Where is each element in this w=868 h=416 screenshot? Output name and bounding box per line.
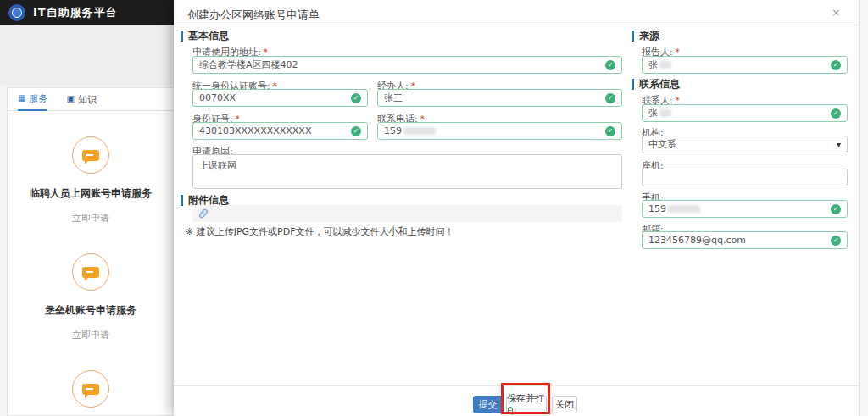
service-title: 堡垒机账号申请服务 xyxy=(8,303,174,318)
paperclip-icon xyxy=(198,208,209,219)
attachment-note: ※ 建议上传JPG文件或PDF文件，可以减少文件大小和上传时间！ xyxy=(186,225,454,238)
service-card-temp-staff[interactable]: 临聘人员上网账号申请服务 立即申请 xyxy=(8,136,174,225)
mobile-field[interactable]: 159 ✓ xyxy=(642,200,848,218)
check-icon: ✓ xyxy=(831,108,841,119)
redacted-name xyxy=(659,109,671,117)
handler-field[interactable]: 张三 ✓ xyxy=(377,89,622,107)
apply-now-link[interactable]: 立即申请 xyxy=(8,329,174,341)
modal-scrollbar[interactable] xyxy=(859,0,868,416)
check-icon: ✓ xyxy=(605,60,615,70)
check-icon: ✓ xyxy=(351,93,361,103)
modal-title: 创建办公区网络账号申请单 xyxy=(187,8,320,23)
service-card-bastion[interactable]: 堡垒机账号申请服务 立即申请 xyxy=(8,253,174,341)
service-card-server[interactable]: 服务器申请服务 立即申请 xyxy=(8,370,174,416)
modal-header: 创建办公区网络账号申请单 × xyxy=(174,0,868,25)
grid-icon: ▦ xyxy=(18,94,25,103)
reason-textarea[interactable]: 上课联网 xyxy=(192,154,622,189)
landline-field[interactable] xyxy=(642,169,848,186)
tab-knowledge[interactable]: ▣ 知识 xyxy=(66,88,96,111)
tab-knowledge-label: 知识 xyxy=(78,93,97,106)
check-icon: ✓ xyxy=(351,126,361,136)
redacted-name xyxy=(659,61,671,69)
submit-button[interactable]: 提交 xyxy=(473,396,503,413)
app-logo-icon xyxy=(8,4,25,21)
footer-divider xyxy=(174,385,859,386)
attachment-upload-bar[interactable] xyxy=(192,205,622,222)
account-field[interactable]: 0070XX ✓ xyxy=(192,89,368,107)
tab-services[interactable]: ▦ 服务 xyxy=(18,88,47,111)
tab-services-label: 服务 xyxy=(29,92,47,105)
section-basic-info: 基本信息 xyxy=(181,31,229,42)
email-field[interactable]: 123456789@qq.com ✓ xyxy=(642,231,848,249)
contact-person-field[interactable]: 张 ✓ xyxy=(642,104,848,122)
apply-now-link[interactable]: 立即申请 xyxy=(8,212,174,225)
redacted-digits xyxy=(668,205,700,213)
save-and-print-button[interactable]: 保存并打印 xyxy=(506,396,547,413)
chevron-down-icon: ▾ xyxy=(837,140,841,149)
service-list: 临聘人员上网账号申请服务 立即申请 堡垒机账号申请服务 立即申请 服务器申请服务… xyxy=(8,136,174,416)
phone-field[interactable]: 159 ✓ xyxy=(377,122,622,140)
redacted-digits xyxy=(403,127,436,135)
close-icon[interactable]: × xyxy=(832,6,841,19)
application-form-modal: 创建办公区网络账号申请单 × 基本信息 申请使用的地址:* 综合教学楼A区四楼4… xyxy=(174,0,868,416)
check-icon: ✓ xyxy=(831,60,841,70)
section-source: 来源 xyxy=(632,31,659,42)
check-icon: ✓ xyxy=(831,204,841,214)
service-title: 临聘人员上网账号申请服务 xyxy=(8,186,174,201)
comment-bubble-icon xyxy=(72,370,109,408)
reporter-field[interactable]: 张 ✓ xyxy=(642,56,848,74)
id-number-field[interactable]: 430103XXXXXXXXXXXX ✓ xyxy=(192,122,368,140)
book-icon: ▣ xyxy=(66,95,74,103)
comment-bubble-icon xyxy=(72,136,109,174)
check-icon: ✓ xyxy=(831,236,841,246)
close-button[interactable]: 关闭 xyxy=(552,396,577,413)
comment-bubble-icon xyxy=(72,253,109,291)
address-field[interactable]: 综合教学楼A区四楼402 ✓ xyxy=(192,56,622,74)
section-contact-info: 联系信息 xyxy=(632,79,680,90)
app-title: IT自助服务平台 xyxy=(33,5,118,20)
org-select[interactable]: 中文系 ▾ xyxy=(642,136,848,153)
check-icon: ✓ xyxy=(605,126,615,136)
check-icon: ✓ xyxy=(605,93,615,103)
